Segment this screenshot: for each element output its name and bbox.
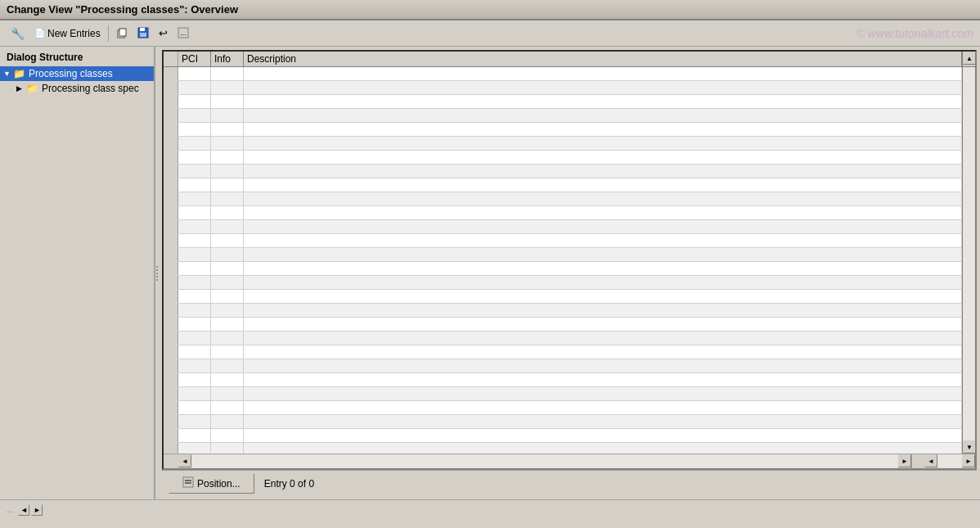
- nav-prev-button[interactable]: ◄: [18, 504, 29, 516]
- cell-pci: [178, 123, 211, 136]
- hscroll-right3-button[interactable]: ►: [962, 454, 975, 467]
- table-row[interactable]: [164, 123, 962, 137]
- cell-description: [244, 415, 962, 428]
- table-row[interactable]: [164, 401, 962, 415]
- table-row[interactable]: [164, 67, 962, 81]
- table-row[interactable]: [164, 206, 962, 220]
- nav-dots: ...: [3, 505, 16, 514]
- cell-description: [244, 429, 962, 442]
- row-selector: [164, 429, 178, 442]
- row-selector: [164, 276, 178, 289]
- table-row[interactable]: [164, 345, 962, 359]
- table-row[interactable]: [164, 387, 962, 401]
- svg-rect-1: [119, 29, 126, 36]
- table-row[interactable]: [164, 359, 962, 373]
- position-button[interactable]: Position...: [169, 473, 254, 494]
- table-row[interactable]: [164, 192, 962, 206]
- row-selector: [164, 290, 178, 303]
- save-button[interactable]: [133, 25, 153, 43]
- cell-pci: [178, 109, 211, 122]
- cell-pci: [178, 415, 211, 428]
- table-row[interactable]: [164, 151, 962, 165]
- cell-info: [211, 387, 244, 400]
- row-selector: [164, 332, 178, 345]
- cell-pci: [178, 304, 211, 317]
- cell-info: [211, 178, 244, 192]
- table-row[interactable]: [164, 304, 962, 318]
- table-row[interactable]: [164, 234, 962, 248]
- sidebar-item-processing-classes[interactable]: ▼ 📁 Processing classes: [0, 66, 154, 81]
- hscroll-right2-button[interactable]: ◄: [924, 454, 937, 467]
- hscroll-left-button[interactable]: ◄: [178, 454, 191, 467]
- extra-button[interactable]: ...: [173, 25, 193, 43]
- table-row[interactable]: [164, 332, 962, 345]
- right-panel: PCI Info Description ▲: [159, 47, 980, 499]
- row-selector: [164, 248, 178, 261]
- row-selector: [164, 373, 178, 386]
- scroll-down-button[interactable]: ▼: [963, 440, 975, 454]
- sidebar-item-processing-class-spec[interactable]: ▶ 📁 Processing class spec: [0, 81, 154, 96]
- cell-info: [211, 248, 244, 261]
- cell-info: [211, 429, 244, 442]
- table-row[interactable]: [164, 178, 962, 192]
- resize-dot: [156, 279, 158, 281]
- scroll-up-button[interactable]: ▲: [963, 52, 976, 65]
- cell-pci: [178, 276, 211, 289]
- resize-dot: [156, 266, 158, 268]
- nav-next-button[interactable]: ►: [31, 504, 43, 516]
- cell-info: [211, 318, 244, 331]
- cell-pci: [178, 248, 211, 261]
- cell-info: [211, 290, 244, 303]
- table-row[interactable]: [164, 81, 962, 95]
- table-row[interactable]: [164, 443, 962, 454]
- table-row[interactable]: [164, 165, 962, 178]
- column-header-description[interactable]: Description: [244, 52, 962, 66]
- window-title: Change View "Processing classes": Overvi…: [7, 3, 238, 16]
- table-row[interactable]: [164, 429, 962, 443]
- hscroll-track2[interactable]: [937, 454, 962, 468]
- table-row[interactable]: [164, 220, 962, 234]
- hscroll-track[interactable]: [191, 454, 898, 468]
- copy-button[interactable]: [112, 25, 132, 43]
- cell-pci: [178, 429, 211, 442]
- cell-info: [211, 234, 244, 247]
- table-row[interactable]: [164, 276, 962, 290]
- table-row[interactable]: [164, 248, 962, 262]
- table-row[interactable]: [164, 137, 962, 151]
- scroll-track-v[interactable]: [963, 67, 975, 440]
- cell-info: [211, 415, 244, 428]
- cell-description: [244, 109, 962, 122]
- toolbar-separator-1: [108, 25, 109, 42]
- cell-description: [244, 220, 962, 233]
- table-row[interactable]: [164, 262, 962, 276]
- column-header-info[interactable]: Info: [211, 52, 244, 66]
- table-row[interactable]: [164, 109, 962, 123]
- new-entries-button[interactable]: 📄 New Entries: [30, 25, 105, 42]
- resize-dot: [156, 276, 158, 278]
- cell-pci: [178, 165, 211, 178]
- cell-info: [211, 137, 244, 150]
- row-selector: [164, 137, 178, 150]
- cell-pci: [178, 373, 211, 386]
- cell-info: [211, 220, 244, 233]
- cell-pci: [178, 387, 211, 400]
- table-row[interactable]: [164, 415, 962, 429]
- row-selector: [164, 178, 178, 192]
- hscroll-corner-right: [911, 454, 924, 468]
- hscroll-right-button[interactable]: ►: [898, 454, 911, 467]
- row-selector: [164, 81, 178, 94]
- column-header-pci[interactable]: PCI: [178, 52, 211, 66]
- undo-button[interactable]: ↩: [155, 25, 172, 42]
- table-row[interactable]: [164, 290, 962, 304]
- cell-description: [244, 234, 962, 247]
- row-selector: [164, 318, 178, 331]
- cell-description: [244, 276, 962, 289]
- undo-icon: ↩: [159, 27, 168, 39]
- table-row[interactable]: [164, 373, 962, 387]
- row-selector: [164, 165, 178, 178]
- toolbar-icon1-button[interactable]: 🔧: [7, 25, 29, 43]
- table-row[interactable]: [164, 95, 962, 109]
- table-row[interactable]: [164, 318, 962, 332]
- svg-text:...: ...: [180, 29, 187, 37]
- cell-info: [211, 359, 244, 372]
